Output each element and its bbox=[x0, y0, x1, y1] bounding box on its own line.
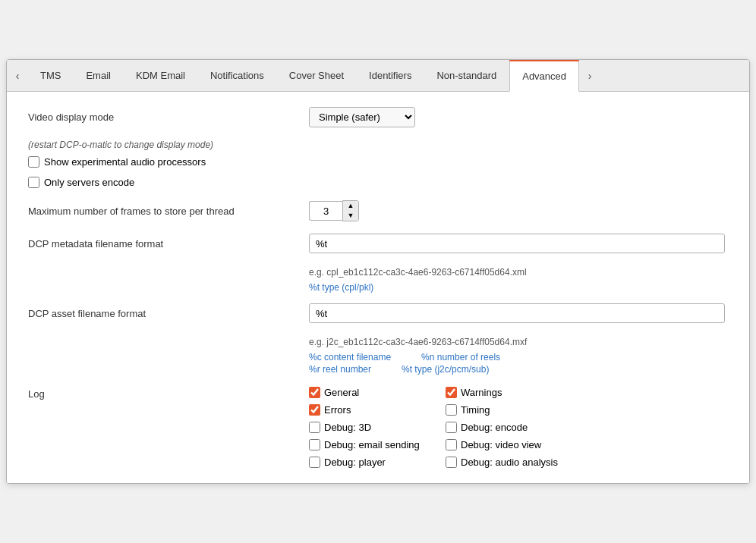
log-item-debug-player: Debug: player bbox=[309, 457, 430, 468]
log-checkboxes: General Warnings Errors Timing Debug: 3D bbox=[309, 387, 567, 468]
log-debug-email-checkbox[interactable] bbox=[309, 439, 320, 450]
dcp-asset-input[interactable] bbox=[309, 303, 725, 323]
dcp-metadata-hint[interactable]: %t type (cpl/pkl) bbox=[309, 282, 728, 293]
log-warnings-label: Warnings bbox=[461, 387, 502, 398]
log-debug-encode-checkbox[interactable] bbox=[446, 422, 457, 433]
frames-input[interactable]: 3 bbox=[309, 201, 342, 221]
tab-cover-sheet[interactable]: Cover Sheet bbox=[277, 60, 357, 92]
dcp-metadata-row: DCP metadata filename format bbox=[28, 234, 728, 253]
log-debug-player-checkbox[interactable] bbox=[309, 457, 320, 468]
log-item-debug-video: Debug: video view bbox=[446, 439, 567, 450]
tab-identifiers[interactable]: Identifiers bbox=[357, 60, 424, 92]
content-area: Video display mode Simple (safer) OpenGL… bbox=[7, 92, 749, 483]
tab-email[interactable]: Email bbox=[74, 60, 124, 92]
video-display-mode-label: Video display mode bbox=[28, 111, 309, 123]
tab-bar: ‹ TMS Email KDM Email Notifications Cove… bbox=[7, 60, 749, 92]
show-experimental-row: Show experimental audio processors bbox=[28, 156, 728, 168]
tab-non-standard[interactable]: Non-standard bbox=[424, 60, 509, 92]
log-timing-label: Timing bbox=[461, 404, 490, 416]
log-debug-video-label: Debug: video view bbox=[461, 439, 541, 450]
log-section: Log General Warnings Errors Timing bbox=[28, 387, 728, 468]
log-item-timing: Timing bbox=[446, 404, 567, 416]
dcp-asset-label: DCP asset filename format bbox=[28, 308, 309, 319]
dcp-metadata-label: DCP metadata filename format bbox=[28, 238, 309, 250]
log-debug-player-label: Debug: player bbox=[324, 457, 386, 468]
log-label: Log bbox=[28, 387, 309, 400]
dcp-asset-hints-row2: %r reel number %t type (j2c/pcm/sub) bbox=[309, 364, 728, 375]
frames-spinner: ▲ ▼ bbox=[342, 200, 359, 221]
tab-advanced[interactable]: Advanced bbox=[509, 60, 579, 92]
log-debug-audio-checkbox[interactable] bbox=[446, 457, 457, 468]
log-timing-checkbox[interactable] bbox=[446, 404, 457, 416]
main-window: ‹ TMS Email KDM Email Notifications Cove… bbox=[6, 59, 750, 484]
log-debug-email-label: Debug: email sending bbox=[324, 439, 420, 450]
next-arrow[interactable]: › bbox=[579, 60, 600, 92]
restart-hint: (restart DCP-o-matic to change display m… bbox=[28, 140, 728, 150]
dcp-asset-hint-r[interactable]: %r reel number bbox=[309, 364, 371, 375]
log-item-debug-3d: Debug: 3D bbox=[309, 422, 430, 433]
tab-notifications[interactable]: Notifications bbox=[198, 60, 277, 92]
frames-up-button[interactable]: ▲ bbox=[343, 201, 358, 211]
max-frames-row: Maximum number of frames to store per th… bbox=[28, 200, 728, 221]
show-experimental-label: Show experimental audio processors bbox=[44, 156, 206, 168]
dcp-metadata-input[interactable] bbox=[309, 234, 725, 253]
log-general-checkbox[interactable] bbox=[309, 387, 320, 398]
dcp-asset-hints-row1: %c content filename %n number of reels bbox=[309, 352, 728, 363]
tab-kdm-email[interactable]: KDM Email bbox=[124, 60, 198, 92]
video-display-mode-row: Video display mode Simple (safer) OpenGL… bbox=[28, 107, 728, 127]
log-item-debug-audio: Debug: audio analysis bbox=[446, 457, 567, 468]
log-item-errors: Errors bbox=[309, 404, 430, 416]
log-debug-audio-label: Debug: audio analysis bbox=[461, 457, 558, 468]
dcp-asset-hint-n[interactable]: %n number of reels bbox=[421, 352, 500, 363]
log-item-debug-encode: Debug: encode bbox=[446, 422, 567, 433]
log-item-warnings: Warnings bbox=[446, 387, 567, 398]
log-debug3d-checkbox[interactable] bbox=[309, 422, 320, 433]
log-debug-video-checkbox[interactable] bbox=[446, 439, 457, 450]
frames-down-button[interactable]: ▼ bbox=[343, 211, 358, 221]
log-debug-encode-label: Debug: encode bbox=[461, 422, 528, 433]
only-servers-label: Only servers encode bbox=[44, 177, 134, 188]
dcp-asset-example: e.g. j2c_eb1c112c-ca3c-4ae6-9263-c6714ff… bbox=[309, 335, 728, 349]
dcp-asset-hint-t[interactable]: %t type (j2c/pcm/sub) bbox=[402, 364, 489, 375]
dcp-asset-hint-c[interactable]: %c content filename bbox=[309, 352, 391, 363]
only-servers-row: Only servers encode bbox=[28, 177, 728, 188]
log-item-debug-email: Debug: email sending bbox=[309, 439, 430, 450]
video-display-mode-select[interactable]: Simple (safer) OpenGL OpenGL (3D) bbox=[309, 107, 415, 127]
show-experimental-checkbox[interactable] bbox=[28, 156, 39, 168]
only-servers-checkbox[interactable] bbox=[28, 177, 39, 188]
log-general-label: General bbox=[324, 387, 359, 398]
max-frames-label: Maximum number of frames to store per th… bbox=[28, 206, 309, 217]
frames-input-group: 3 ▲ ▼ bbox=[309, 200, 359, 221]
dcp-metadata-example: e.g. cpl_eb1c112c-ca3c-4ae6-9263-c6714ff… bbox=[309, 265, 728, 279]
dcp-asset-row: DCP asset filename format bbox=[28, 303, 728, 323]
log-errors-checkbox[interactable] bbox=[309, 404, 320, 416]
log-errors-label: Errors bbox=[324, 404, 351, 416]
log-item-general: General bbox=[309, 387, 430, 398]
tab-tms[interactable]: TMS bbox=[28, 60, 74, 92]
log-warnings-checkbox[interactable] bbox=[446, 387, 457, 398]
log-debug3d-label: Debug: 3D bbox=[324, 422, 371, 433]
prev-arrow[interactable]: ‹ bbox=[7, 60, 28, 92]
